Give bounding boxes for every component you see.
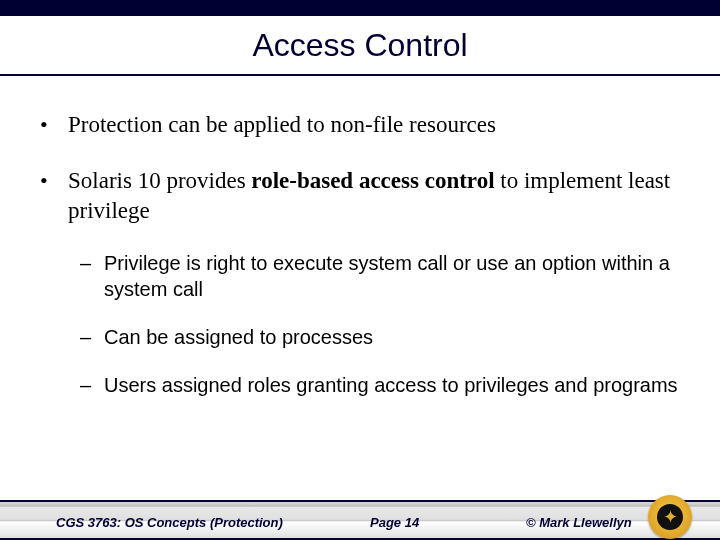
sub-bullet-text: Users assigned roles granting access to … bbox=[104, 372, 678, 398]
bullet-item: • Solaris 10 provides role-based access … bbox=[40, 166, 680, 226]
bullet-marker: • bbox=[40, 166, 68, 226]
sub-bullet-marker: – bbox=[80, 372, 104, 398]
footer-copyright: © Mark Llewellyn bbox=[526, 515, 632, 530]
sub-bullet-item: – Privilege is right to execute system c… bbox=[80, 250, 680, 302]
sub-bullet-item: – Can be assigned to processes bbox=[80, 324, 680, 350]
sub-bullet-text: Privilege is right to execute system cal… bbox=[104, 250, 680, 302]
top-border bbox=[0, 0, 720, 16]
slide-title: Access Control bbox=[252, 27, 467, 64]
bullet-marker: • bbox=[40, 110, 68, 140]
bullet-item: • Protection can be applied to non-file … bbox=[40, 110, 680, 140]
bullet-text: Solaris 10 provides role-based access co… bbox=[68, 166, 680, 226]
bullet-text: Protection can be applied to non-file re… bbox=[68, 110, 496, 140]
footer: CGS 3763: OS Concepts (Protection) Page … bbox=[0, 494, 720, 540]
text-run: Solaris 10 provides bbox=[68, 168, 251, 193]
text-bold: role-based access control bbox=[251, 168, 494, 193]
sub-bullet-text: Can be assigned to processes bbox=[104, 324, 373, 350]
sub-bullet-marker: – bbox=[80, 324, 104, 350]
footer-course: CGS 3763: OS Concepts (Protection) bbox=[56, 515, 283, 530]
sub-bullet-item: – Users assigned roles granting access t… bbox=[80, 372, 680, 398]
footer-page: Page 14 bbox=[370, 515, 419, 530]
slide: Access Control • Protection can be appli… bbox=[0, 0, 720, 540]
ucf-logo: ✦ bbox=[648, 495, 692, 539]
logo-pegasus-icon: ✦ bbox=[660, 507, 680, 527]
content-area: • Protection can be applied to non-file … bbox=[40, 92, 680, 480]
title-band: Access Control bbox=[0, 16, 720, 76]
sub-bullet-marker: – bbox=[80, 250, 104, 302]
